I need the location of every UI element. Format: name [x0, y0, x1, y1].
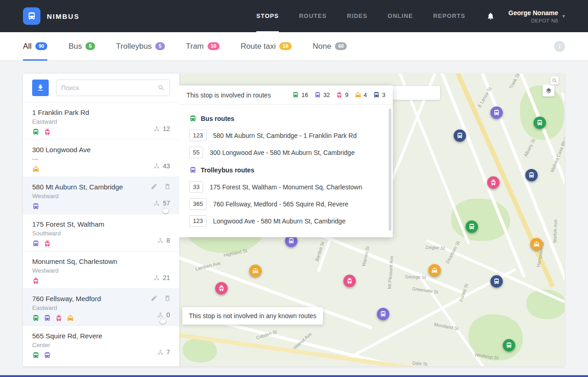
tab-route-taxi[interactable]: Route taxi10 [241, 32, 292, 60]
popup-count-bus: 16 [292, 91, 308, 98]
nav-item-online[interactable]: ONLINE [388, 0, 413, 32]
tab-bus[interactable]: Bus5 [68, 32, 95, 60]
tab-count-badge: 90 [35, 42, 47, 50]
stop-transit-types [32, 240, 170, 247]
trolleybus-icon [32, 203, 40, 210]
count-value: 3 [382, 91, 385, 98]
route-row[interactable]: 123Longwood Ave - 580 Mt Auburn St, Camb… [189, 212, 383, 229]
stop-routes-count[interactable]: 12 [153, 125, 170, 132]
metro-icon [528, 172, 535, 179]
tab-tram[interactable]: Tram10 [186, 32, 220, 60]
stop-row-760-fellsway-medford[interactable]: 760 Fellsway, MedfordEastward 0 [23, 288, 179, 326]
map-marker-bus[interactable] [466, 221, 478, 233]
map-marker-trolleybus[interactable] [377, 308, 390, 320]
bus-icon [32, 128, 40, 136]
delete-icon[interactable] [164, 295, 171, 302]
route-name: 175 Forest St, Waltham - Monument Sq, Ch… [209, 183, 362, 191]
layers-icon [545, 87, 552, 94]
delete-icon[interactable] [164, 183, 171, 190]
count-value: 9 [345, 91, 348, 98]
stop-routes-count[interactable]: 43 [153, 162, 170, 170]
trolleybus-icon [44, 314, 51, 322]
download-icon [36, 84, 45, 92]
map-marker-taxi[interactable] [249, 265, 262, 277]
stop-tooltip: This stop is not involved in any known r… [182, 307, 323, 325]
taxi-icon [32, 166, 40, 173]
trolleybus-icon [44, 352, 51, 359]
count-value: 4 [364, 91, 367, 98]
nav-item-reports[interactable]: REPORTS [433, 0, 465, 32]
user-menu[interactable]: George Noname DEPOT N8 [509, 9, 558, 23]
stop-routes-count[interactable]: 21 [153, 274, 170, 281]
popup-scrollbar[interactable] [389, 109, 391, 231]
map-marker-tram[interactable] [215, 282, 228, 295]
trolleybus-icon [314, 91, 321, 98]
stop-transit-types [32, 277, 170, 285]
map-marker-trolleybus[interactable] [491, 107, 503, 119]
tram-icon [44, 240, 51, 247]
stop-row-1-franklin-park-rd[interactable]: 1 Franklin Park RdEastward 12 [23, 102, 179, 139]
nav-item-rides[interactable]: RIDES [347, 0, 368, 32]
tab-count-badge: 10 [279, 42, 291, 50]
nav-item-stops[interactable]: STOPS [256, 0, 279, 32]
map-marker-metro[interactable] [491, 275, 503, 288]
map-marker-taxi[interactable] [531, 238, 543, 251]
tab-none[interactable]: None60 [313, 32, 347, 60]
route-row[interactable]: 365760 Fellsway, Medford - 565 Squire Rd… [189, 195, 383, 212]
map-marker-bus[interactable] [534, 117, 546, 129]
search-input[interactable] [61, 84, 158, 91]
stop-row-monument-sq-charlestown[interactable]: Monument Sq, CharlestownWestward 21 [23, 251, 179, 288]
stop-routes-count[interactable]: 0 [157, 311, 170, 319]
map-marker-metro[interactable] [454, 130, 466, 142]
bus-icon [32, 352, 40, 359]
notifications-button[interactable] [486, 12, 495, 20]
nav-item-routes[interactable]: ROUTES [299, 0, 327, 32]
edit-icon[interactable] [151, 295, 158, 302]
routes-count-value: 21 [163, 274, 170, 281]
map-marker-taxi[interactable] [429, 264, 441, 277]
popup-section-bus-routes: Bus routes [189, 115, 383, 122]
search-box[interactable] [56, 80, 170, 96]
panel-toolbar [23, 74, 179, 102]
primary-nav: STOPSROUTESRIDESONLINEREPORTS [256, 0, 465, 32]
edit-icon[interactable] [151, 183, 158, 190]
popup-route-counts: 1632943 [292, 91, 385, 98]
stop-routes-count[interactable]: 57 [153, 200, 170, 207]
routes-count-value: 0 [166, 311, 170, 319]
route-row[interactable]: 123580 Mt Auburn St, Cambridge - 1 Frank… [189, 127, 383, 144]
street-label: Moreland St [434, 322, 459, 331]
tab-label: None [313, 42, 332, 51]
map-marker-metro[interactable] [526, 169, 538, 182]
map-marker-tram[interactable] [344, 275, 356, 287]
map-search-button[interactable] [550, 76, 559, 85]
street-label: Dale St [412, 360, 427, 366]
app-logo[interactable] [23, 7, 40, 25]
tram-icon [55, 314, 62, 322]
map-marker-bus[interactable] [503, 339, 515, 352]
stop-transit-types [32, 352, 170, 359]
stop-row-580-mt-auburn-st-cambridge[interactable]: 580 Mt Auburn St, CambridgeWestward 57 [23, 177, 179, 214]
download-button[interactable] [32, 80, 49, 96]
stop-routes-count[interactable]: 8 [157, 237, 170, 244]
stop-row-175-forest-st-waltham[interactable]: 175 Forest St, WalthamSouthward 8 [23, 214, 179, 251]
stop-row-565-squire-rd-revere[interactable]: 565 Squire Rd, RevereCenter 7 [23, 326, 179, 363]
route-row[interactable]: 55300 Longwood Ave - 580 Mt Auburn St, C… [189, 144, 383, 161]
map[interactable]: This stop is involved in routes 1632943 … [179, 74, 565, 366]
bus-icon [189, 115, 197, 122]
tab-trolleybus[interactable]: Trolleybus5 [116, 32, 165, 60]
metro-icon [493, 278, 500, 285]
routes-count-value: 7 [166, 348, 170, 356]
route-row[interactable]: 33175 Forest St, Waltham - Monument Sq, … [189, 178, 383, 195]
app-root: NIMBUS STOPSROUTESRIDESONLINEREPORTS Geo… [0, 0, 588, 61]
stop-row-300-longwood-ave[interactable]: 300 Longwood Ave— 43 [23, 139, 179, 177]
info-button[interactable]: i [554, 41, 565, 52]
stop-name: 760 Fellsway, Medford [32, 295, 170, 303]
chevron-down-icon[interactable]: ▾ [562, 13, 565, 19]
stop-routes-count[interactable]: 7 [157, 348, 170, 356]
routes-count-value: 43 [163, 162, 170, 170]
map-marker-tram[interactable] [487, 177, 500, 189]
map-layers-button[interactable] [543, 85, 554, 97]
tab-all[interactable]: All90 [23, 32, 47, 60]
street-label: Greenville St [412, 286, 438, 295]
trolleybus-icon [493, 109, 500, 116]
